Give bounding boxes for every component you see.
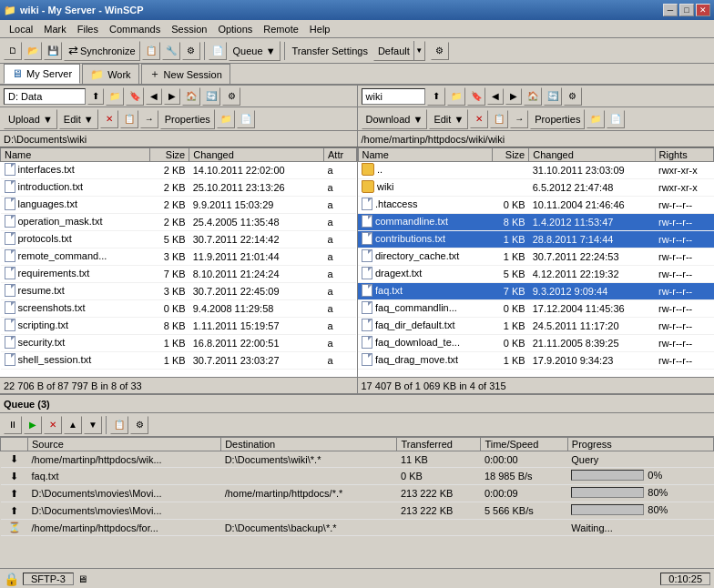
local-forward-btn[interactable]: ▶	[164, 88, 180, 105]
local-bookmark-btn[interactable]: 🔖	[126, 87, 144, 106]
remote-file-row[interactable]: faq.txt 7 KB 9.3.2012 9:09:44 rw-r--r--	[358, 283, 714, 300]
remote-file-row[interactable]: contributions.txt 1 KB 28.8.2011 7:14:44…	[358, 231, 714, 248]
remote-delete-btn[interactable]: ✕	[470, 110, 488, 128]
toolbar-btn-4[interactable]: 📋	[142, 42, 160, 60]
queue-row[interactable]: ⏳ /home/martinp/httpdocs/for... D:\Docum…	[1, 520, 714, 536]
remote-file-row[interactable]: dragext.txt 5 KB 4.12.2011 22:19:32 rw-r…	[358, 266, 714, 283]
local-col-size[interactable]: Size	[149, 148, 189, 162]
remote-bookmark-btn[interactable]: 🔖	[467, 87, 485, 106]
remote-move-btn[interactable]: →	[510, 110, 528, 128]
menu-options[interactable]: Options	[212, 22, 258, 36]
remote-file-row[interactable]: commandline.txt 8 KB 1.4.2012 11:53:47 r…	[358, 214, 714, 231]
remote-file-list[interactable]: Name Size Changed Rights .. 31.10.2011 2…	[358, 147, 715, 377]
menu-help[interactable]: Help	[304, 22, 336, 36]
local-col-attr[interactable]: Attr	[324, 148, 356, 162]
remote-copy-btn[interactable]: 📋	[490, 110, 508, 128]
queue-col-dest[interactable]: Destination	[221, 438, 397, 451]
tab-my-server[interactable]: 🖥 My Server	[4, 64, 80, 84]
queue-col-progress[interactable]: Progress	[567, 438, 713, 451]
remote-file-row[interactable]: faq_dir_default.txt 1 KB 24.5.2011 11:17…	[358, 318, 714, 335]
queue-play-btn[interactable]: ▶	[24, 416, 42, 434]
toolbar-btn-5[interactable]: 🔧	[162, 42, 180, 60]
remote-properties-btn[interactable]: Properties	[530, 109, 585, 129]
close-button[interactable]: ✕	[696, 4, 710, 16]
queue-down-btn[interactable]: ▼	[84, 416, 102, 434]
remote-addr-go[interactable]: ⬆	[427, 87, 445, 106]
remote-file-row[interactable]: .. 31.10.2011 23:03:09 rwxr-xr-x	[358, 162, 714, 179]
queue-options-btn[interactable]: ⚙	[130, 416, 148, 434]
remote-settings-btn[interactable]: ⚙	[564, 87, 582, 106]
local-properties-btn[interactable]: Properties	[160, 109, 215, 129]
local-file-row[interactable]: shell_session.txt 1 KB 30.7.2011 23:03:2…	[1, 352, 357, 370]
remote-file-row[interactable]: faq_commandlin... 0 KB 17.12.2004 11:45:…	[358, 300, 714, 318]
queue-row[interactable]: ⬆ D:\Documents\movies\Movi... 213 222 KB…	[1, 502, 714, 520]
remote-home-btn[interactable]: 🏠	[524, 87, 542, 106]
queue-pause-btn[interactable]: ⏸	[4, 416, 22, 434]
maximize-button[interactable]: □	[679, 4, 694, 16]
local-file-row[interactable]: interfaces.txt 2 KB 14.10.2011 22:02:00 …	[1, 162, 357, 179]
remote-col-size[interactable]: Size	[492, 148, 528, 162]
remote-file-row[interactable]: wiki 6.5.2012 21:47:48 rwxr-xr-x	[358, 179, 714, 197]
local-settings-btn[interactable]: ⚙	[222, 87, 240, 106]
queue-dropdown[interactable]: Queue ▼	[229, 41, 280, 61]
local-newdir-btn[interactable]: 📁	[217, 110, 235, 128]
queue-col-source[interactable]: Source	[28, 438, 221, 451]
remote-back-btn[interactable]: ◀	[487, 88, 504, 105]
tab-work[interactable]: 📁 Work	[82, 64, 138, 84]
remote-edit-dropdown[interactable]: Edit ▼	[429, 109, 468, 129]
local-copy-btn[interactable]: 📋	[120, 110, 138, 128]
remote-refresh-btn[interactable]: 🔄	[544, 87, 562, 106]
queue-settings-btn[interactable]: 📋	[110, 416, 128, 434]
local-newfile-btn[interactable]: 📄	[237, 110, 255, 128]
menu-remote[interactable]: Remote	[258, 22, 304, 36]
local-file-row[interactable]: protocols.txt 5 KB 30.7.2011 22:14:42 a	[1, 231, 357, 248]
menu-commands[interactable]: Commands	[104, 22, 166, 36]
local-file-row[interactable]: requirements.txt 7 KB 8.10.2011 21:24:24…	[1, 266, 357, 283]
menu-local[interactable]: Local	[4, 22, 38, 36]
queue-col-transferred[interactable]: Transferred	[397, 438, 481, 451]
local-file-row[interactable]: languages.txt 2 KB 9.9.2011 15:03:29 a	[1, 197, 357, 214]
tab-new-session[interactable]: ＋ New Session	[141, 64, 230, 84]
local-folder-icon-btn[interactable]: 📁	[106, 87, 124, 106]
remote-newfile-btn[interactable]: 📄	[607, 110, 625, 128]
remote-file-row[interactable]: directory_cache.txt 1 KB 30.7.2011 22:24…	[358, 248, 714, 266]
queue-list[interactable]: Source Destination Transferred Time/Spee…	[0, 437, 714, 536]
synchronize-button[interactable]: ⇄ Synchronize	[64, 41, 140, 61]
local-refresh-btn[interactable]: 🔄	[202, 87, 220, 106]
queue-up-btn[interactable]: ▲	[64, 416, 82, 434]
menu-files[interactable]: Files	[72, 22, 104, 36]
toolbar-btn-6[interactable]: ⚙	[182, 42, 200, 60]
local-file-row[interactable]: remote_command... 3 KB 11.9.2011 21:01:4…	[1, 248, 357, 266]
local-col-name[interactable]: Name	[1, 148, 150, 162]
remote-file-row[interactable]: faq_drag_move.txt 1 KB 17.9.2010 9:34:23…	[358, 352, 714, 370]
local-file-row[interactable]: screenshots.txt 0 KB 9.4.2008 11:29:58 a	[1, 300, 357, 318]
local-edit-dropdown[interactable]: Edit ▼	[59, 109, 98, 129]
remote-folder-btn[interactable]: 📁	[447, 87, 465, 106]
minimize-button[interactable]: ─	[663, 4, 678, 16]
remote-newdir-btn[interactable]: 📁	[586, 110, 605, 128]
menu-session[interactable]: Session	[166, 22, 212, 36]
local-delete-btn[interactable]: ✕	[100, 110, 118, 128]
remote-path-combo[interactable]: wiki	[362, 88, 425, 105]
local-file-row[interactable]: resume.txt 3 KB 30.7.2011 22:45:09 a	[1, 283, 357, 300]
local-file-row[interactable]: security.txt 1 KB 16.8.2011 22:00:51 a	[1, 335, 357, 352]
local-addr-go[interactable]: ⬆	[87, 88, 104, 105]
queue-row[interactable]: ⬇ /home/martinp/httpdocs/wik... D:\Docum…	[1, 451, 714, 468]
queue-row[interactable]: ⬇ faq.txt 0 KB 18 985 B/s 0%	[1, 468, 714, 485]
queue-col-time[interactable]: Time/Speed	[481, 438, 567, 451]
local-move-btn[interactable]: →	[140, 110, 158, 128]
download-dropdown[interactable]: Download ▼	[362, 109, 428, 129]
menu-mark[interactable]: Mark	[38, 22, 71, 36]
local-file-row[interactable]: introduction.txt 2 KB 25.10.2011 23:13:2…	[1, 179, 357, 197]
toolbar-btn-2[interactable]: 📂	[24, 42, 42, 60]
local-back-btn[interactable]: ◀	[146, 88, 162, 105]
remote-col-name[interactable]: Name	[358, 148, 492, 162]
upload-dropdown[interactable]: Upload ▼	[4, 109, 57, 129]
toolbar-btn-8[interactable]: ⚙	[431, 42, 449, 60]
remote-forward-btn[interactable]: ▶	[505, 88, 522, 105]
local-file-row[interactable]: operation_mask.txt 2 KB 25.4.2005 11:35:…	[1, 214, 357, 231]
toolbar-btn-1[interactable]: 🗋	[4, 42, 22, 60]
local-col-changed[interactable]: Changed	[189, 148, 324, 162]
remote-file-row[interactable]: faq_download_te... 0 KB 21.11.2005 8:39:…	[358, 335, 714, 352]
remote-file-row[interactable]: .htaccess 0 KB 10.11.2004 21:46:46 rw-r-…	[358, 197, 714, 214]
